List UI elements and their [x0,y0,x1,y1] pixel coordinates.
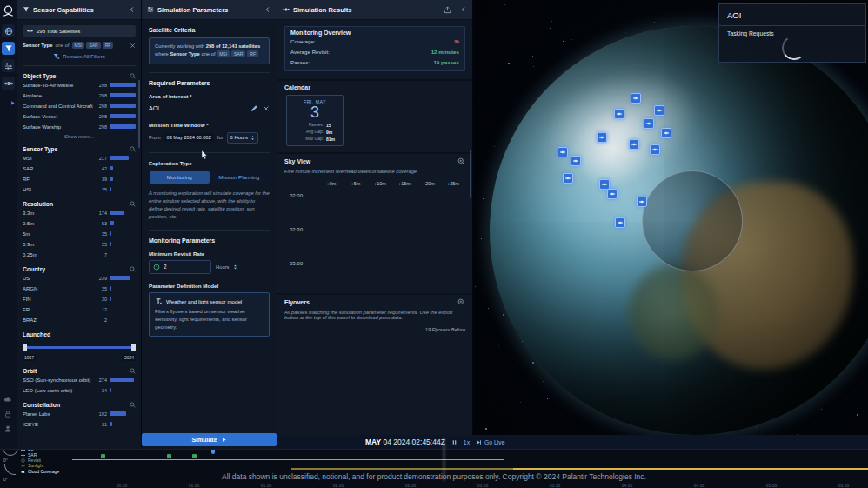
filter-row[interactable]: Planet Labs192 [23,409,136,418]
satellite-marker[interactable] [571,156,581,166]
satellite-marker[interactable] [558,147,568,157]
duration-select[interactable]: 6 Hours [227,132,258,144]
scrollbar[interactable] [470,150,471,198]
filter-row[interactable]: 5m25 [23,229,136,238]
edit-aoi-button[interactable] [250,104,258,112]
start-datetime-input[interactable]: 03 May 2024 00:00Z [164,133,214,142]
filter-row[interactable]: Airplane298 [23,90,136,100]
slider-handle-min[interactable] [23,344,27,351]
pass-marker-green[interactable] [101,454,105,458]
filter-row-count: 25 [93,242,110,247]
filter-row[interactable]: 0.9m25 [23,239,136,249]
filter-row[interactable]: Command and Control Aircraft298 [23,101,136,110]
stepper-icon[interactable] [233,264,237,271]
filter-row-count: 25 [93,231,110,237]
filter-row[interactable]: 0.25m7 [23,250,136,259]
exploration-tab[interactable]: Mission Planning [210,171,270,184]
user-icon[interactable] [3,420,12,436]
rail-filter-button[interactable] [2,42,15,55]
remove-filter-icon[interactable] [130,43,136,49]
filter-row[interactable]: FIN20 [23,294,136,304]
rail-expand-button[interactable] [10,95,16,110]
compass-dial[interactable]: N [3,449,18,456]
cloud-layer-icon[interactable] [3,391,12,406]
satellite-marker[interactable] [661,128,671,138]
rf-pass-marker[interactable] [211,449,215,454]
total-satellites-chip[interactable]: 298 Total Satellites [23,25,136,37]
filter-row[interactable]: Surface Warship298 [23,122,136,131]
satellite-marker[interactable] [597,132,607,143]
playback-speed-button[interactable]: 1x [464,439,470,445]
satellite-marker[interactable] [644,118,654,129]
search-icon[interactable] [130,146,136,152]
satellite-marker[interactable] [629,139,639,150]
satellite-marker[interactable] [650,144,660,155]
collapse-panel-button[interactable] [264,6,271,13]
calendar-day-card[interactable]: FRI, MAY 3 Passes:15Avg Gap:9mMax Gap:81… [286,95,344,146]
satellite-marker[interactable] [563,173,573,184]
revisit-rate-input[interactable]: 2 [149,260,211,274]
timeline-playhead[interactable] [444,438,444,481]
parameter-model-card[interactable]: Weather and light sensor model Filters f… [149,292,270,337]
filter-row[interactable]: RF39 [23,174,136,184]
globe-map-canvas[interactable]: AOI Tasking Requests [472,0,868,449]
satellite-marker[interactable] [631,93,641,104]
export-button[interactable] [444,6,451,14]
lock-icon[interactable] [3,405,12,421]
show-more-link[interactable]: Show more... [23,134,136,139]
filter-row[interactable]: HSI25 [23,184,136,194]
filter-row[interactable]: ICEYE31 [23,419,136,429]
filter-row[interactable]: BRAZ2 [23,315,136,324]
launched-range-slider[interactable] [23,344,136,351]
satellite-marker[interactable] [654,105,664,116]
filter-row[interactable]: MSI217 [23,153,136,163]
satellite-marker[interactable] [607,189,618,199]
rail-simulation-button[interactable] [2,59,15,72]
zoom-in-icon[interactable] [457,298,465,306]
scrollbar[interactable] [138,80,140,148]
filter-row-count: 24 [93,388,110,393]
remove-all-filters-link[interactable]: Remove All Filters [23,53,136,60]
collapse-panel-button[interactable] [460,6,467,13]
satellite-marker[interactable] [615,217,625,228]
pass-marker-green[interactable] [192,454,197,458]
rail-globe-button[interactable] [2,24,15,37]
search-icon[interactable] [130,73,136,79]
filter-row[interactable]: FR12 [23,304,136,314]
search-icon[interactable] [130,402,136,408]
filter-section-title: Launched [23,331,136,338]
filter-row-bar [110,307,136,311]
clear-aoi-button[interactable] [263,105,270,112]
pass-marker-green[interactable] [167,454,171,458]
sky-view-heading: Sky View [284,158,457,164]
pause-button[interactable] [451,439,457,445]
filter-row-bar [110,422,136,426]
simulate-button[interactable]: Simulate [142,433,277,446]
exploration-type-tabs: MonitoringMission Planning [149,170,270,184]
search-icon[interactable] [130,368,136,374]
collapse-panel-button[interactable] [129,6,136,13]
search-icon[interactable] [130,266,136,272]
filter-row[interactable]: 3.3m174 [23,208,136,217]
aoi-region-circle[interactable] [642,170,743,271]
filter-row[interactable]: SSO (Sun-synchronous orbit)274 [23,375,136,384]
exploration-tab[interactable]: Monitoring [150,171,210,184]
filter-row[interactable]: SAR42 [23,164,136,173]
timeline-ticks: 00:3001:0001:3002:0002:3003:0003:3004:00… [0,483,868,488]
left-rail [0,0,17,449]
filter-row[interactable]: 0.5m53 [23,218,136,228]
filter-row[interactable]: Surface Vessel298 [23,111,136,121]
filter-row[interactable]: LEO (Low earth orbit)24 [23,385,136,395]
filter-row[interactable]: US239 [23,273,136,283]
filter-chip: SAR [231,50,245,57]
search-icon[interactable] [130,201,136,207]
satellite-marker[interactable] [637,197,647,207]
slider-handle-max[interactable] [131,344,136,351]
timeline-strip[interactable]: N 0° 0° 6h RFSARRevisitSunlightCloud Cov… [0,449,868,488]
rail-results-button[interactable] [2,77,15,90]
filter-row[interactable]: Surface-To-Air Missile298 [23,80,136,90]
zoom-in-icon[interactable] [457,157,465,165]
go-live-button[interactable]: Go Live [476,439,504,445]
filter-row[interactable]: ARGN25 [23,284,136,293]
satellite-marker[interactable] [614,109,624,119]
